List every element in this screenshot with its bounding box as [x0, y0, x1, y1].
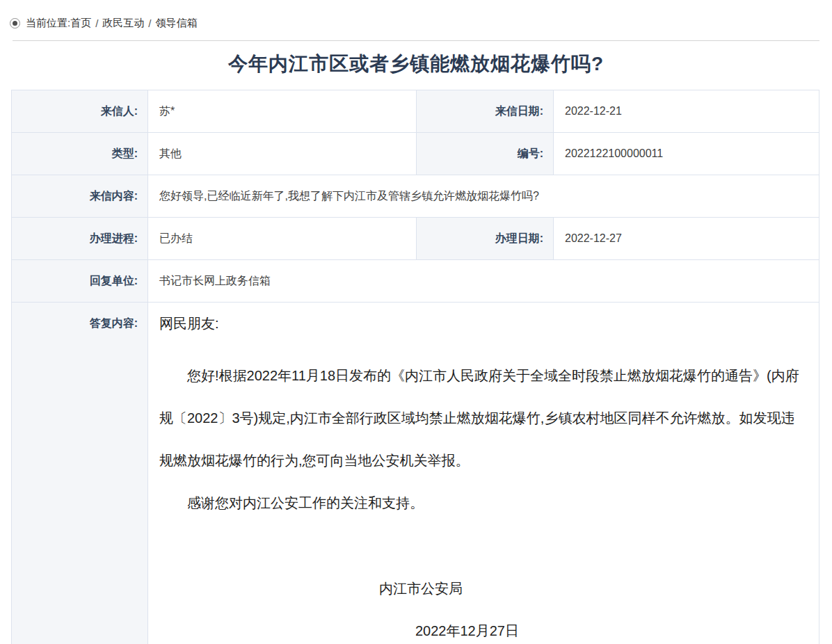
breadcrumb-item-home[interactable]: 首页 [70, 17, 91, 30]
reply-paragraph: 您好!根据2022年11月18日发布的《内江市人民政府关于全域全时段禁止燃放烟花… [159, 355, 801, 482]
letter-date-value: 2022-12-21 [554, 90, 819, 133]
table-row: 答复内容: 网民朋友: 您好!根据2022年11月18日发布的《内江市人民政府关… [12, 303, 819, 644]
letter-date-label: 来信日期: [417, 90, 554, 133]
breadcrumb-separator: / [148, 17, 151, 29]
reply-unit-value: 书记市长网上政务信箱 [148, 260, 819, 303]
breadcrumb-separator: / [95, 17, 98, 29]
reply-signature: 内江市公安局 [159, 567, 801, 610]
reply-thanks: 感谢您对内江公安工作的关注和支持。 [159, 482, 801, 524]
number-value: 2022122100000011 [554, 133, 819, 175]
breadcrumb: 当前位置: 首页 / 政民互动 / 领导信箱 [0, 0, 832, 30]
location-radio-icon [10, 18, 20, 29]
type-value: 其他 [148, 133, 417, 175]
reply-signature-date: 2022年12月27日 [159, 610, 801, 644]
reply-salutation: 网民朋友: [159, 303, 801, 345]
letter-content-label: 来信内容: [12, 175, 148, 218]
breadcrumb-item-mailbox[interactable]: 领导信箱 [156, 17, 198, 30]
progress-label: 办理进程: [12, 218, 148, 260]
reply-unit-label: 回复单位: [12, 260, 148, 303]
letter-content-value: 您好领导,已经临近新年了,我想了解下内江市及管辖乡镇允许燃放烟花爆竹吗? [148, 175, 819, 218]
type-label: 类型: [12, 133, 148, 175]
page-title: 今年内江市区或者乡镇能燃放烟花爆竹吗? [0, 51, 832, 77]
divider [13, 40, 819, 41]
breadcrumb-label: 当前位置: [26, 17, 70, 30]
handle-date-value: 2022-12-27 [554, 218, 819, 260]
table-row: 回复单位: 书记市长网上政务信箱 [12, 260, 819, 303]
table-row: 来信人: 苏* 来信日期: 2022-12-21 [12, 90, 819, 133]
table-row: 来信内容: 您好领导,已经临近新年了,我想了解下内江市及管辖乡镇允许燃放烟花爆竹… [12, 175, 819, 218]
reply-content-value: 网民朋友: 您好!根据2022年11月18日发布的《内江市人民政府关于全域全时段… [148, 303, 819, 644]
radio-dot [13, 21, 17, 26]
breadcrumb-item-interaction[interactable]: 政民互动 [102, 17, 144, 30]
progress-value: 已办结 [148, 218, 417, 260]
reply-content-label: 答复内容: [12, 303, 148, 644]
number-label: 编号: [417, 133, 554, 175]
letter-info-table: 来信人: 苏* 来信日期: 2022-12-21 类型: 其他 编号: 2022… [11, 90, 819, 644]
handle-date-label: 办理日期: [417, 218, 554, 260]
table-row: 办理进程: 已办结 办理日期: 2022-12-27 [12, 218, 819, 260]
sender-label: 来信人: [12, 90, 148, 133]
sender-value: 苏* [148, 90, 417, 133]
table-row: 类型: 其他 编号: 2022122100000011 [12, 133, 819, 175]
